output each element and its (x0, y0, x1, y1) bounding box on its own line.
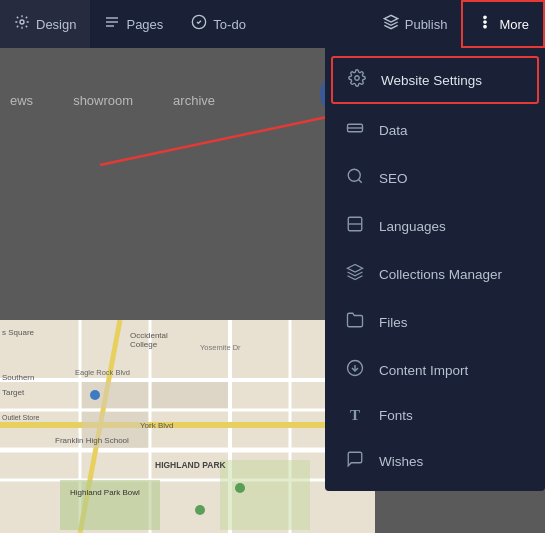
toolbar: Design Pages To-do Publish (0, 0, 545, 48)
data-label: Data (379, 123, 408, 138)
languages-item[interactable]: Languages (325, 202, 545, 250)
design-button[interactable]: Design (0, 0, 90, 48)
wishes-label: Wishes (379, 454, 423, 469)
map-svg: Occidental College Yosemite Dr Franklin … (0, 320, 375, 533)
svg-point-28 (90, 390, 100, 400)
svg-point-30 (195, 505, 205, 515)
svg-text:College: College (130, 340, 158, 349)
svg-point-33 (20, 20, 24, 24)
collections-manager-icon (345, 263, 365, 285)
todo-label: To-do (213, 17, 246, 32)
fonts-icon: T (345, 407, 365, 424)
pages-label: Pages (126, 17, 163, 32)
svg-line-32 (100, 110, 360, 165)
svg-line-45 (358, 179, 361, 182)
files-item[interactable]: Files (325, 298, 545, 346)
map-area: Occidental College Yosemite Dr Franklin … (0, 320, 375, 533)
languages-icon (345, 215, 365, 237)
website-settings-item[interactable]: Website Settings (333, 58, 537, 102)
svg-point-39 (484, 21, 486, 23)
svg-text:s Square: s Square (2, 328, 35, 337)
svg-text:Occidental: Occidental (130, 331, 168, 340)
pages-icon (104, 14, 120, 34)
publish-label: Publish (405, 17, 448, 32)
publish-icon (383, 14, 399, 34)
content-import-label: Content Import (379, 363, 468, 378)
svg-point-29 (235, 483, 245, 493)
content-import-icon (345, 359, 365, 381)
seo-label: SEO (379, 171, 408, 186)
data-icon (345, 119, 365, 141)
svg-rect-12 (152, 382, 228, 408)
pages-button[interactable]: Pages (90, 0, 177, 48)
fonts-item[interactable]: T Fonts (325, 394, 545, 437)
seo-item[interactable]: SEO (325, 154, 545, 202)
todo-icon (191, 14, 207, 34)
content-import-item[interactable]: Content Import (325, 346, 545, 394)
more-button[interactable]: More (461, 0, 545, 48)
svg-rect-15 (220, 460, 310, 530)
dropdown-menu: Website Settings Data SEO Languages (325, 48, 545, 491)
more-icon (477, 14, 493, 34)
nav-item-ews: ews (10, 93, 33, 108)
website-settings-label: Website Settings (381, 73, 482, 88)
files-icon (345, 311, 365, 333)
fonts-label: Fonts (379, 408, 413, 423)
todo-button[interactable]: To-do (177, 0, 260, 48)
svg-text:Highland Park Bowl: Highland Park Bowl (70, 488, 140, 497)
collections-manager-label: Collections Manager (379, 267, 502, 282)
publish-button[interactable]: Publish (369, 0, 462, 48)
svg-point-41 (355, 76, 360, 81)
website-settings-icon (347, 69, 367, 91)
svg-point-44 (348, 169, 360, 181)
svg-text:Franklin High School: Franklin High School (55, 436, 129, 445)
svg-text:York Blvd: York Blvd (140, 421, 174, 430)
svg-text:HIGHLAND PARK: HIGHLAND PARK (155, 460, 227, 470)
website-settings-box: Website Settings (331, 56, 539, 104)
svg-marker-48 (348, 265, 363, 273)
svg-point-38 (484, 16, 486, 18)
svg-text:Southern: Southern (2, 373, 34, 382)
seo-icon (345, 167, 365, 189)
design-icon (14, 14, 30, 34)
wishes-item[interactable]: Wishes (325, 437, 545, 485)
wishes-icon (345, 450, 365, 472)
data-item[interactable]: Data (325, 106, 545, 154)
svg-point-40 (484, 26, 486, 28)
svg-text:Eagle Rock Blvd: Eagle Rock Blvd (75, 368, 130, 377)
design-label: Design (36, 17, 76, 32)
more-label: More (499, 17, 529, 32)
svg-text:Yosemite Dr: Yosemite Dr (200, 343, 241, 352)
collections-manager-item[interactable]: Collections Manager (325, 250, 545, 298)
files-label: Files (379, 315, 408, 330)
svg-text:Outlet Store: Outlet Store (2, 414, 39, 421)
svg-text:Target: Target (2, 388, 25, 397)
languages-label: Languages (379, 219, 446, 234)
